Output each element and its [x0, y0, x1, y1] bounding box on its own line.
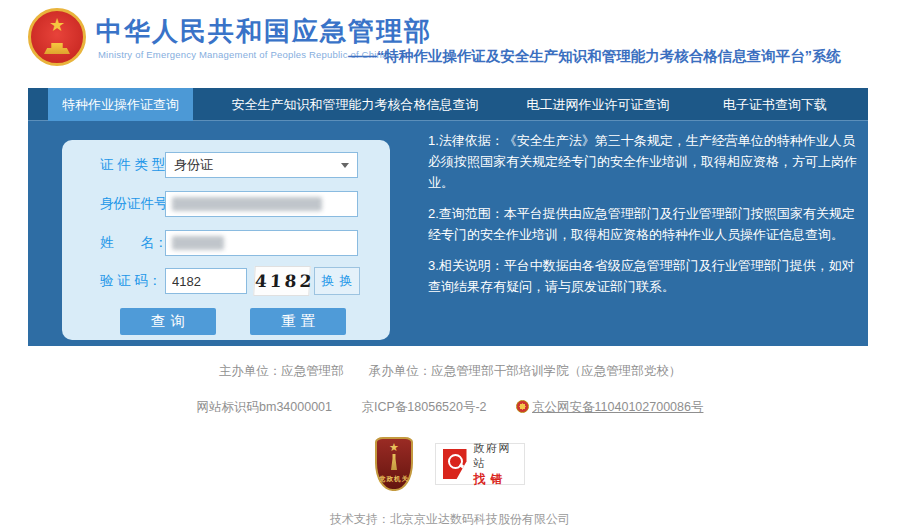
name-fieldwrap: [165, 230, 358, 256]
captcha-label: 验 证 码：: [100, 268, 162, 294]
cert-type-select[interactable]: 身份证: [165, 152, 358, 178]
query-form-panel: 证 件 类 型： 身份证 身份证件号： 姓 名： 验 证 码： 4182 换换 …: [62, 140, 390, 340]
main-panel: 特种作业操作证查询 安全生产知识和管理能力考核合格信息查询 电工进网作业许可证查…: [28, 88, 868, 346]
cert-type-value: 身份证: [174, 157, 213, 172]
tab-safety-knowledge-query[interactable]: 安全生产知识和管理能力考核合格信息查询: [226, 88, 484, 121]
captcha-input[interactable]: [165, 268, 247, 294]
police-record: 京公网安备11040102700086号: [516, 400, 703, 414]
site-subtitle: Ministry of Emergency Management of Peop…: [98, 49, 387, 60]
site-title: 中华人民共和国应急管理部: [96, 14, 432, 49]
finder-text: 政府网站 找错: [474, 441, 518, 487]
finder-action: 找错: [474, 471, 518, 487]
finder-title: 政府网站: [474, 441, 518, 471]
organizers-line: 主办单位：应急管理部 承办单位：应急管理部干部培训学院（应急管理部党校）: [0, 363, 900, 380]
name-input[interactable]: [165, 230, 358, 256]
system-name: ——“特种作业操作证及安全生产知识和管理能力考核合格信息查询平台”系统: [348, 47, 841, 66]
name-label: 姓 名：: [100, 230, 168, 256]
id-number-fieldwrap: [165, 191, 358, 217]
notice-item: 2.查询范围：本平台提供由应急管理部门及行业管理部门按照国家有关规定经专门的安全…: [428, 203, 864, 245]
captcha-image: 4182: [253, 266, 311, 296]
captcha-fieldwrap: [165, 268, 247, 294]
notice-item: 3.相关说明：平台中数据由各省级应急管理部门及行业管理部门提供，如对查询结果存有…: [428, 255, 864, 297]
tab-ecert-download[interactable]: 电子证书查询下载: [714, 88, 836, 121]
nav-bar: 特种作业操作证查询 安全生产知识和管理能力考核合格信息查询 电工进网作业许可证查…: [28, 88, 868, 121]
reset-button[interactable]: 重置: [250, 308, 346, 335]
notice-list: 1.法律依据：《安全生产法》第三十条规定，生产经营单位的特种作业人员必须按照国家…: [428, 130, 864, 307]
gov-site-error-finder-badge[interactable]: 政府网站 找错: [435, 443, 525, 485]
tech-support-line: 技术支持：北京京业达数码科技股份有限公司: [0, 511, 900, 528]
registration-line: 网站标识码bm34000001 京ICP备18056520号-2 京公网安备11…: [0, 399, 900, 416]
id-number-input[interactable]: [165, 191, 358, 217]
site-code: 网站标识码bm34000001: [197, 400, 332, 414]
party-government-badge[interactable]: ★ 党政机关: [375, 437, 413, 491]
emblem-star-icon: ★: [31, 16, 83, 34]
police-badge-icon: [516, 400, 529, 413]
police-record-link[interactable]: 京公网安备11040102700086号: [532, 400, 703, 414]
icp-number: 京ICP备18056520号-2: [362, 400, 487, 414]
magnifier-icon: [443, 449, 467, 479]
national-emblem-logo: ★: [28, 8, 86, 66]
shield-star-icon: ★: [377, 442, 411, 453]
tab-electrician-permit-query[interactable]: 电工进网作业许可证查询: [522, 88, 674, 121]
tab-special-operation-cert-query[interactable]: 特种作业操作证查询: [48, 88, 193, 121]
footer-badges: ★ 党政机关 政府网站 找错: [0, 437, 900, 491]
chevron-down-icon: [341, 163, 349, 168]
shield-badge-label: 党政机关: [377, 475, 411, 484]
notice-item: 1.法律依据：《安全生产法》第三十条规定，生产经营单位的特种作业人员必须按照国家…: [428, 130, 864, 193]
captcha-refresh-button[interactable]: 换换: [314, 267, 360, 295]
shield-emblem-icon: [389, 454, 399, 470]
emblem-gate-icon: [44, 43, 70, 54]
query-button[interactable]: 查询: [120, 308, 216, 335]
